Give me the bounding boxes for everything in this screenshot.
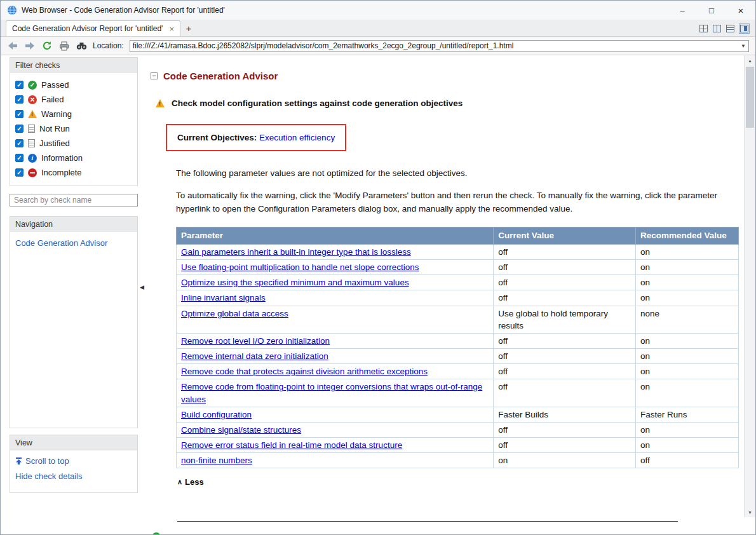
parameter-link[interactable]: Optimize global data access (181, 309, 288, 318)
section-title: Code Generation Advisor (163, 71, 278, 81)
less-toggle[interactable]: ∧ Less (177, 477, 204, 487)
parameter-link[interactable]: Inline invariant signals (181, 293, 266, 302)
passed-checkbox[interactable] (15, 81, 24, 89)
table-body: Gain parameters inherit a built-in integ… (177, 244, 739, 468)
location-input[interactable] (130, 41, 738, 50)
warning-icon (156, 99, 165, 107)
parameter-cell: Build configuration (177, 407, 494, 422)
information-checkbox[interactable] (15, 154, 24, 162)
recommended-value-cell: off (636, 453, 739, 468)
current-value-cell: off (494, 275, 636, 290)
vertical-scrollbar: ▲ ▼ (744, 55, 755, 517)
objectives-label: Current Objectives: (177, 133, 257, 142)
close-button[interactable]: × (726, 1, 755, 20)
parameter-link[interactable]: Gain parameters inherit a built-in integ… (181, 247, 411, 257)
single-pane-layout-selected[interactable] (739, 24, 749, 33)
minimize-button[interactable]: – (668, 1, 697, 20)
split-horizontal-icon[interactable] (726, 25, 734, 32)
location-dropdown-icon[interactable]: ▼ (738, 43, 748, 49)
web-browser-window: Web Browser - Code Generation Advisor Re… (0, 0, 756, 535)
view-header: View (10, 435, 137, 450)
table-row: Gain parameters inherit a built-in integ… (177, 244, 739, 259)
parameter-link[interactable]: Remove root level I/O zero initializatio… (181, 336, 330, 346)
find-icon[interactable] (76, 40, 87, 51)
filter-item-incomplete: Incomplete (15, 165, 132, 180)
objectives-value-link[interactable]: Execution efficiency (259, 133, 335, 142)
passed-icon (28, 81, 37, 90)
scrollbar-up-button[interactable]: ▲ (745, 55, 755, 65)
justified-icon (28, 139, 35, 147)
parameter-link[interactable]: Remove code from floating-point to integ… (181, 382, 482, 403)
less-label: Less (185, 477, 204, 487)
maximize-button[interactable]: □ (697, 1, 726, 20)
filter-item-justified: Justified (15, 136, 132, 151)
scroll-to-top-label: Scroll to top (25, 456, 69, 466)
recommended-value-cell: on (636, 438, 739, 453)
filter-checks-header: Filter checks (10, 58, 137, 73)
collapse-section-icon[interactable] (151, 72, 158, 79)
parameter-link[interactable]: Remove code that protects against divisi… (181, 367, 428, 376)
table-row: Remove code from floating-point to integ… (177, 379, 739, 407)
warning-icon (28, 110, 37, 118)
report-content: Code Generation Advisor Check model conf… (143, 55, 744, 534)
parameter-link[interactable]: Use floating-point multiplication to han… (181, 262, 419, 272)
recommended-value-cell: on (636, 260, 739, 275)
parameter-cell: Remove code that protects against divisi… (177, 364, 494, 379)
filter-label: Information (41, 153, 83, 163)
failed-checkbox[interactable] (15, 95, 24, 104)
parameter-link[interactable]: Optimize using the specified minimum and… (181, 278, 409, 287)
scroll-to-top-link[interactable]: Scroll to top (15, 456, 132, 466)
view-body: Scroll to top Hide check details (10, 450, 137, 492)
forward-icon[interactable] (24, 40, 36, 51)
warning-checkbox[interactable] (15, 110, 24, 118)
header-parameter: Parameter (177, 227, 494, 244)
navigation-body: Code Generation Advisor (10, 232, 137, 428)
table-row: Combine signal/state structures off on (177, 422, 739, 437)
filter-label: Not Run (39, 124, 70, 133)
next-check-passed-icon (152, 532, 161, 534)
tab-report[interactable]: Code Generation Advisor Report for 'unti… (6, 20, 180, 36)
incomplete-checkbox[interactable] (15, 168, 24, 177)
split-vertical-icon[interactable] (713, 25, 721, 32)
current-value-cell: Faster Builds (494, 407, 636, 422)
tab-close-icon[interactable]: × (169, 25, 174, 33)
parameter-link[interactable]: Combine signal/state structures (181, 425, 301, 435)
grid-layout-icon[interactable] (699, 25, 708, 32)
current-value-cell: off (494, 349, 636, 364)
parameter-cell: Use floating-point multiplication to han… (177, 260, 494, 275)
recommended-value-cell: on (636, 364, 739, 379)
search-check-input[interactable] (10, 194, 138, 207)
filter-item-not-run: Not Run (15, 121, 132, 136)
parameter-link[interactable]: non-finite numbers (181, 456, 252, 465)
parameters-table: Parameter Current Value Recommended Valu… (176, 227, 739, 469)
sidebar-collapse-icon[interactable]: ◀ (140, 284, 144, 290)
nav-link-code-generation-advisor[interactable]: Code Generation Advisor (15, 238, 107, 248)
hide-check-details-link[interactable]: Hide check details (15, 471, 132, 481)
recommended-value-cell: on (636, 290, 739, 306)
parameter-link[interactable]: Build configuration (181, 410, 252, 419)
paragraph-instructions: To automatically fix the warning, click … (176, 189, 741, 215)
current-value-cell: off (494, 333, 636, 348)
parameter-link[interactable]: Remove internal data zero initialization (181, 351, 328, 361)
single-pane-icon (740, 25, 748, 32)
table-row: Use floating-point multiplication to han… (177, 260, 739, 275)
filter-item-failed: Failed (15, 92, 132, 107)
current-value-cell: off (494, 290, 636, 306)
scroll-top-icon (15, 457, 22, 464)
print-icon[interactable] (58, 40, 70, 51)
not-run-checkbox[interactable] (15, 125, 24, 133)
recommended-value-cell: on (636, 349, 739, 364)
table-row: Inline invariant signals off on (177, 290, 739, 306)
back-icon[interactable] (7, 40, 18, 51)
parameter-link[interactable]: Remove error status field in real-time m… (181, 440, 402, 450)
table-row: Build configuration Faster Builds Faster… (177, 407, 739, 422)
recommended-value-cell: on (636, 333, 739, 348)
current-value-cell: Use global to hold temporary results (494, 306, 636, 333)
new-tab-button[interactable]: + (180, 20, 197, 36)
scrollbar-down-button[interactable]: ▼ (745, 507, 755, 517)
browser-toolbar: Location: ▼ (1, 37, 755, 55)
justified-checkbox[interactable] (15, 139, 24, 147)
recommended-value-cell: on (636, 422, 739, 437)
refresh-icon[interactable] (41, 40, 53, 51)
scrollbar-thumb[interactable] (746, 67, 754, 128)
